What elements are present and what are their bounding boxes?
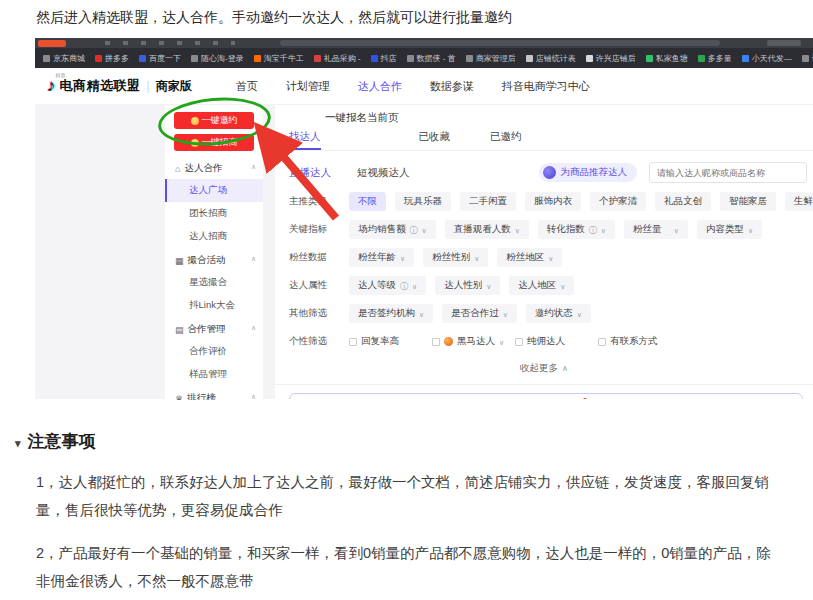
checkbox[interactable] (349, 338, 357, 346)
bookmark-item[interactable]: 拼多多 (95, 53, 129, 64)
sidebar-item[interactable]: 团长招商 (165, 202, 263, 225)
chip-label: 二手闲置 (469, 195, 507, 208)
checkbox[interactable] (432, 338, 440, 346)
filter-dropdown[interactable]: 达人等级 (349, 276, 426, 295)
filter-label: 达人属性 (289, 279, 349, 292)
bookmark-item[interactable]: 私家鱼塘 (646, 53, 688, 64)
nav-item[interactable]: 首页 (236, 79, 258, 94)
bookmark-item[interactable]: 淘宝千牛工 (254, 53, 304, 64)
checkbox[interactable] (515, 338, 523, 346)
triangle-collapse-icon[interactable] (15, 432, 21, 452)
filter-row-personal: 个性筛选 回复率高 黑马达人 (289, 332, 813, 351)
sidebar-item[interactable]: 抖Link大会 (165, 294, 263, 317)
tab[interactable]: 找达人 (289, 130, 321, 150)
bookmark-item[interactable]: 百度一下 (139, 53, 181, 64)
red-dot-badge (583, 398, 587, 399)
recruit-button-label: 一键招商 (202, 136, 238, 149)
filter-dropdown[interactable]: 粉丝性别 (423, 248, 488, 267)
bookmark-item[interactable]: 抖店 (371, 53, 397, 64)
chevron-down-icon (515, 224, 520, 235)
filter-chip[interactable]: 个护家清 (590, 192, 646, 211)
filter-checkbox-option[interactable]: 纯佣达人 (515, 332, 589, 351)
chip-label: 是否合作过 (451, 307, 499, 320)
sidebar-item[interactable]: 样品管理 (165, 363, 263, 386)
filter-chip[interactable]: 服饰内衣 (525, 192, 581, 211)
filter-chip[interactable]: 智能家居 (720, 192, 776, 211)
bookmark-item[interactable]: 京东商城 (43, 53, 85, 64)
chip-label: 是否签约机构 (358, 307, 415, 320)
filter-dropdown[interactable]: 达人性别 (435, 276, 500, 295)
tab-live-talent[interactable]: 直播达人 (289, 166, 331, 180)
one-click-recruit-button[interactable]: 一键招商 (174, 134, 254, 151)
bookmark-item[interactable]: 商家管理后 (466, 53, 516, 64)
bookmark-item[interactable]: 多多量 (698, 53, 732, 64)
chip-label: 场均销售额 (358, 223, 406, 236)
sidebar-item[interactable]: 合作评价 (165, 340, 263, 363)
chip-label: 不限 (358, 195, 377, 208)
filter-dropdown[interactable]: 内容类型 (697, 220, 762, 239)
main-panel: 一键报名当前页 找达人已收藏已邀约 直播达人 短视频达人 为商品推荐达人 主推类… (275, 105, 813, 399)
sidebar-item[interactable]: 达人招商 (165, 225, 263, 248)
notes-heading[interactable]: 注意事项 (15, 430, 803, 453)
filter-chip[interactable]: 生鲜 (785, 192, 813, 211)
filter-dropdown[interactable]: 是否签约机构 (349, 304, 433, 323)
chevron-down-icon (419, 308, 424, 319)
sidebar-section-matchmaking[interactable]: ▦ 撮合活动 (165, 248, 263, 271)
chip-label: 有联系方式 (610, 335, 658, 348)
nav-item[interactable]: 数据参谋 (430, 79, 474, 94)
filter-checkbox-option[interactable]: 黑马达人 (432, 332, 506, 351)
nav-item[interactable]: 抖音电商学习中心 (502, 79, 590, 94)
browser-address-bar[interactable] (280, 40, 720, 46)
filter-dropdown[interactable]: 粉丝量 (624, 220, 688, 239)
browser-extensions[interactable] (767, 40, 801, 46)
filter-chip[interactable]: 二手闲置 (460, 192, 516, 211)
collapse-more-button[interactable]: 收起更多 (275, 362, 813, 375)
checkbox[interactable] (598, 338, 606, 346)
one-click-invite-button[interactable]: 一键邀约 (174, 112, 254, 129)
bookmark-label: 拼多多 (105, 53, 129, 64)
filter-chip[interactable]: 不限 (349, 192, 386, 211)
search-input[interactable] (649, 162, 807, 183)
nav-item[interactable]: 达人合作 (358, 79, 402, 94)
sidebar-item[interactable]: 达人广场 (165, 179, 263, 202)
tab[interactable]: 已收藏 (419, 130, 451, 150)
chip-label: 粉丝量 (633, 223, 662, 236)
app-logo-title[interactable]: 电商精选联盟 (60, 77, 141, 95)
douyin-note-icon: ♪抖音 (47, 76, 56, 96)
sidebar-group: 星选撮合抖Link大会 (165, 271, 263, 317)
filter-checkbox-option[interactable]: 有联系方式 (598, 332, 672, 351)
bookmark-item[interactable]: 礼品采购 - (314, 53, 361, 64)
chip-label: 达人地区 (518, 279, 556, 292)
filter-dropdown[interactable]: 邀约状态 (526, 304, 591, 323)
bookmark-item[interactable]: 店铺统计表 (526, 53, 576, 64)
bookmark-favicon (371, 55, 378, 62)
bookmark-item[interactable]: 许兴店铺后 (586, 53, 636, 64)
tab-video-talent[interactable]: 短视频达人 (357, 166, 410, 180)
filter-dropdown[interactable]: 是否合作过 (442, 304, 517, 323)
filter-checkbox-option[interactable]: 回复率高 (349, 332, 423, 351)
filter-label: 个性筛选 (289, 335, 349, 348)
recommend-talent-button[interactable]: 为商品推荐达人 (539, 163, 638, 182)
bookmark-item[interactable]: 许兴抖音号 (802, 53, 813, 64)
filter-dropdown[interactable]: 粉丝地区 (497, 248, 562, 267)
filter-chip[interactable]: 礼品文创 (655, 192, 711, 211)
bookmark-item[interactable]: 数据侠 - 首 (407, 53, 456, 64)
sidebar-section-ranking[interactable]: ♛ 排行榜 (165, 386, 263, 400)
filter-dropdown[interactable]: 直播观看人数 (445, 220, 529, 239)
chevron-down-icon (748, 224, 753, 235)
bookmark-label: 抖店 (381, 53, 397, 64)
filter-dropdown[interactable]: 转化指数 (538, 220, 615, 239)
bookmark-item[interactable]: 小天代发— (742, 53, 792, 64)
tab[interactable]: 已邀约 (490, 130, 522, 150)
filter-chip[interactable]: 玩具乐器 (395, 192, 451, 211)
bookmark-item[interactable]: 随心淘-登录 (191, 53, 244, 64)
sidebar-section-talent-coop[interactable]: ⌂ 达人合作 (165, 156, 263, 179)
grid-icon: ▦ (175, 256, 184, 266)
sidebar-section-coop-manage[interactable]: ▤ 合作管理 (165, 317, 263, 340)
filter-dropdown[interactable]: 粉丝年龄 (349, 248, 414, 267)
browser-active-tab[interactable] (38, 40, 66, 47)
filter-dropdown[interactable]: 场均销售额 (349, 220, 436, 239)
sidebar-item[interactable]: 星选撮合 (165, 271, 263, 294)
nav-item[interactable]: 计划管理 (286, 79, 330, 94)
filter-dropdown[interactable]: 达人地区 (509, 276, 574, 295)
